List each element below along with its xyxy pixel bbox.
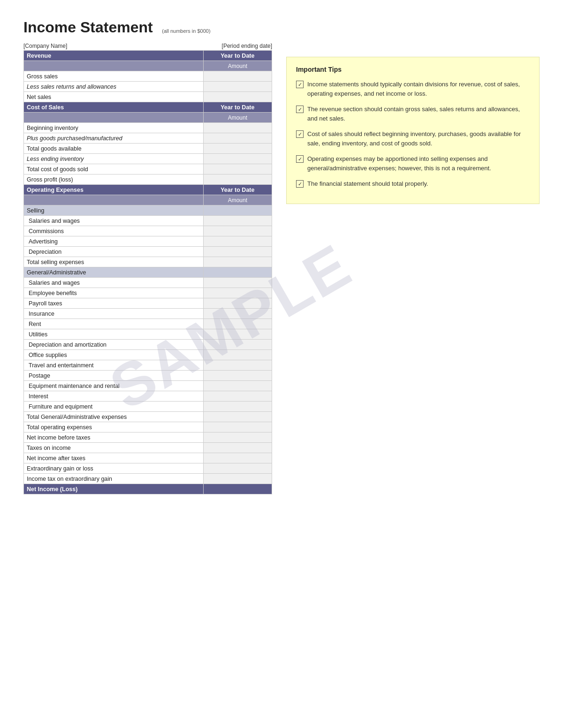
income-tax-extraordinary-amount xyxy=(203,474,272,484)
tips-title: Important Tips xyxy=(296,66,530,73)
tip-text-2: The revenue section should contain gross… xyxy=(307,105,530,123)
cost-of-sales-amount-label: Amount xyxy=(203,113,272,123)
revenue-header-row: Revenue Year to Date xyxy=(24,51,272,61)
office-supplies-label: Office supplies xyxy=(24,350,204,360)
general-admin-label: General/Administrative xyxy=(24,267,204,278)
depreciation-amount xyxy=(203,247,272,257)
net-sales-amount xyxy=(203,92,272,102)
operating-expenses-label: Operating Expenses xyxy=(24,185,204,195)
less-sales-returns-amount xyxy=(203,82,272,92)
office-supplies-amount xyxy=(203,350,272,360)
table-row: Total General/Administrative expenses xyxy=(24,412,272,422)
gross-sales-label: Gross sales xyxy=(24,71,204,82)
ga-salaries-amount xyxy=(203,278,272,288)
page-title: Income Statement xyxy=(23,19,153,36)
table-row: Total goods available xyxy=(24,144,272,154)
plus-goods-amount xyxy=(203,133,272,144)
selling-subcat-row: Selling xyxy=(24,205,272,216)
table-row: Total operating expenses xyxy=(24,422,272,432)
net-income-after-taxes-label: Net income after taxes xyxy=(24,453,204,463)
table-row: Gross sales xyxy=(24,71,272,82)
table-row: Gross profit (loss) xyxy=(24,174,272,185)
tip-text-1: Income statements should typically conta… xyxy=(307,80,530,98)
taxes-on-income-amount xyxy=(203,443,272,453)
rent-amount xyxy=(203,319,272,329)
income-tax-extraordinary-label: Income tax on extraordinary gain xyxy=(24,474,204,484)
extraordinary-gain-loss-label: Extraordinary gain or loss xyxy=(24,463,204,474)
operating-expenses-amount-label: Amount xyxy=(203,195,272,205)
tip-item-2: ✓ The revenue section should contain gro… xyxy=(296,105,530,123)
table-row: Postage xyxy=(24,371,272,381)
net-income-loss-amount xyxy=(203,484,272,494)
travel-entertainment-amount xyxy=(203,360,272,371)
taxes-on-income-label: Taxes on income xyxy=(24,443,204,453)
selling-salaries-amount xyxy=(203,216,272,226)
tip-checkbox-4: ✓ xyxy=(296,155,304,163)
left-panel: [Company Name] [Period ending date] Reve… xyxy=(23,43,272,494)
tip-checkbox-3: ✓ xyxy=(296,130,304,138)
table-row: Net income before taxes xyxy=(24,432,272,443)
gross-profit-amount xyxy=(203,174,272,185)
selling-label: Selling xyxy=(24,205,204,216)
net-income-before-taxes-amount xyxy=(203,432,272,443)
gross-profit-label: Gross profit (loss) xyxy=(24,174,204,185)
equipment-maintenance-amount xyxy=(203,381,272,391)
tip-text-5: The financial statement should total pro… xyxy=(307,179,530,189)
advertising-amount xyxy=(203,236,272,247)
table-row: Less ending inventory xyxy=(24,154,272,164)
interest-label: Interest xyxy=(24,391,204,402)
table-row: Advertising xyxy=(24,236,272,247)
commissions-amount xyxy=(203,226,272,236)
utilities-amount xyxy=(203,329,272,340)
table-row: Net sales xyxy=(24,92,272,102)
furniture-equipment-amount xyxy=(203,402,272,412)
page-title-row: Income Statement (all numbers in $000) xyxy=(23,19,540,38)
insurance-amount xyxy=(203,309,272,319)
total-ga-expenses-label: Total General/Administrative expenses xyxy=(24,412,204,422)
operating-expenses-subheader-row: Amount xyxy=(24,195,272,205)
tip-item-4: ✓ Operating expenses may be apportioned … xyxy=(296,154,530,173)
table-row: Commissions xyxy=(24,226,272,236)
main-layout: [Company Name] [Period ending date] Reve… xyxy=(23,43,540,494)
cos-subheader-blank xyxy=(24,113,204,123)
tip-item-1: ✓ Income statements should typically con… xyxy=(296,80,530,98)
company-name-placeholder: [Company Name] xyxy=(23,43,67,49)
net-income-loss-label: Net Income (Loss) xyxy=(24,484,204,494)
gross-sales-amount xyxy=(203,71,272,82)
cost-of-sales-subheader-row: Amount xyxy=(24,113,272,123)
total-cost-goods-sold-amount xyxy=(203,164,272,174)
table-row: Total cost of goods sold xyxy=(24,164,272,174)
tip-item-5: ✓ The financial statement should total p… xyxy=(296,179,530,189)
ga-salaries-label: Salaries and wages xyxy=(24,278,204,288)
cost-of-sales-year-to-date: Year to Date xyxy=(203,102,272,113)
employee-benefits-amount xyxy=(203,288,272,298)
revenue-label: Revenue xyxy=(24,51,204,61)
depreciation-amortization-amount xyxy=(203,340,272,350)
insurance-label: Insurance xyxy=(24,309,204,319)
table-row: Net income after taxes xyxy=(24,453,272,463)
operating-expenses-header-row: Operating Expenses Year to Date xyxy=(24,185,272,195)
depreciation-label: Depreciation xyxy=(24,247,204,257)
table-row: Utilities xyxy=(24,329,272,340)
total-operating-expenses-amount xyxy=(203,422,272,432)
travel-entertainment-label: Travel and entertainment xyxy=(24,360,204,371)
tip-checkbox-2: ✓ xyxy=(296,106,304,113)
payroll-taxes-label: Payroll taxes xyxy=(24,298,204,309)
table-row: Salaries and wages xyxy=(24,216,272,226)
beginning-inventory-label: Beginning inventory xyxy=(24,123,204,133)
table-row: Depreciation xyxy=(24,247,272,257)
cost-of-sales-header-row: Cost of Sales Year to Date xyxy=(24,102,272,113)
table-row: Depreciation and amortization xyxy=(24,340,272,350)
revenue-subheader-row: Amount xyxy=(24,61,272,71)
utilities-label: Utilities xyxy=(24,329,204,340)
oe-subheader-blank xyxy=(24,195,204,205)
table-row: Payroll taxes xyxy=(24,298,272,309)
table-row: Office supplies xyxy=(24,350,272,360)
table-row: Equipment maintenance and rental xyxy=(24,381,272,391)
tip-checkbox-1: ✓ xyxy=(296,81,304,88)
table-row: Insurance xyxy=(24,309,272,319)
beginning-inventory-amount xyxy=(203,123,272,133)
equipment-maintenance-label: Equipment maintenance and rental xyxy=(24,381,204,391)
tips-panel: Important Tips ✓ Income statements shoul… xyxy=(286,57,540,204)
general-admin-amount xyxy=(203,267,272,278)
